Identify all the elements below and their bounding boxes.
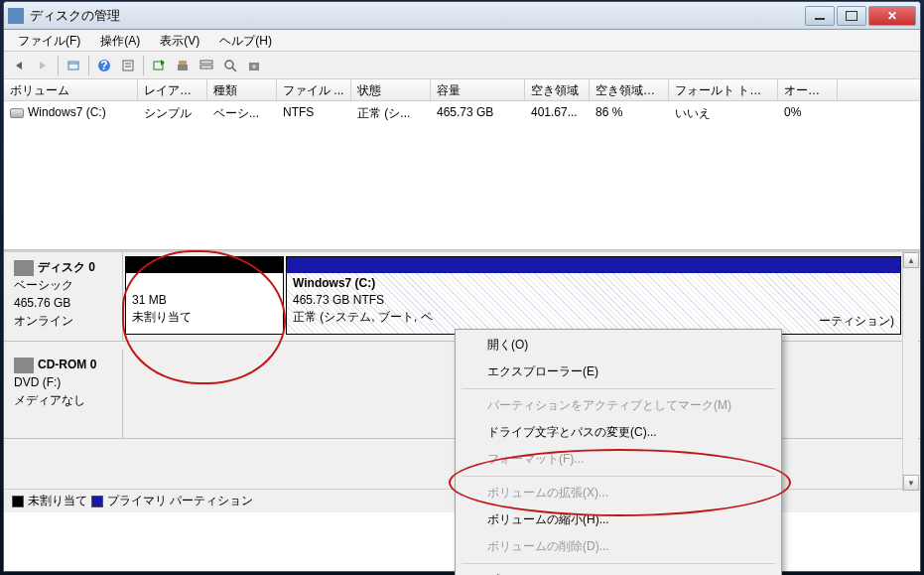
svg-rect-11 bbox=[200, 66, 212, 69]
app-icon bbox=[8, 8, 24, 24]
disk-info[interactable]: CD-ROM 0DVD (F:)メディアなし bbox=[4, 350, 123, 438]
list-icon[interactable] bbox=[196, 55, 217, 76]
rescan-icon[interactable] bbox=[172, 55, 194, 76]
column-header[interactable]: レイアウト bbox=[138, 79, 207, 100]
volume-list[interactable]: Windows7 (C:)シンプルベーシ...NTFS正常 (シ...465.7… bbox=[4, 101, 920, 250]
menu-action[interactable]: 操作(A) bbox=[90, 30, 150, 51]
column-header[interactable]: ボリューム bbox=[4, 79, 138, 100]
column-header[interactable]: 種類 bbox=[207, 79, 277, 100]
legend-label: 未割り当て bbox=[28, 493, 87, 509]
context-item[interactable]: 開く(O) bbox=[458, 332, 779, 359]
svg-rect-0 bbox=[68, 62, 78, 70]
context-item[interactable]: エクスプローラー(E) bbox=[458, 359, 779, 385]
maximize-button[interactable] bbox=[837, 6, 866, 26]
svg-rect-8 bbox=[178, 65, 188, 71]
context-item: フォーマット(F)... bbox=[458, 446, 779, 473]
minimize-button[interactable] bbox=[805, 6, 835, 26]
refresh-icon[interactable] bbox=[148, 55, 170, 76]
context-item: ボリュームの拡張(X)... bbox=[458, 480, 779, 506]
unallocated-partition[interactable]: 31 MB未割り当て bbox=[125, 256, 284, 335]
disk-icon bbox=[14, 260, 34, 276]
context-item[interactable]: プロパティ(P) bbox=[458, 567, 779, 575]
column-header[interactable]: 容量 bbox=[431, 79, 525, 100]
close-button[interactable] bbox=[868, 6, 916, 26]
settings-icon[interactable] bbox=[243, 55, 265, 76]
legend-swatch bbox=[91, 496, 103, 507]
volume-cell: 465.73 GB bbox=[431, 103, 525, 124]
help-button[interactable]: ? bbox=[93, 55, 115, 76]
context-item: ボリュームの削除(D)... bbox=[458, 533, 779, 560]
menubar: ファイル(F) 操作(A) 表示(V) ヘルプ(H) bbox=[4, 30, 920, 52]
context-separator bbox=[462, 563, 775, 564]
context-item[interactable]: ボリュームの縮小(H)... bbox=[458, 506, 779, 533]
column-header[interactable]: ファイル ... bbox=[277, 79, 351, 100]
volume-cell: 401.67... bbox=[525, 103, 590, 124]
back-button[interactable] bbox=[8, 55, 30, 76]
svg-point-15 bbox=[252, 65, 256, 69]
column-header[interactable]: 状態 bbox=[351, 79, 431, 100]
column-header[interactable]: フォールト トレ... bbox=[669, 79, 778, 100]
volume-cell: ベーシ... bbox=[207, 103, 277, 124]
scroll-down-button[interactable]: ▼ bbox=[903, 475, 919, 491]
window-title: ディスクの管理 bbox=[30, 7, 805, 25]
search-icon[interactable] bbox=[219, 55, 241, 76]
volume-cell: NTFS bbox=[277, 103, 351, 124]
svg-text:?: ? bbox=[100, 59, 107, 72]
disk-icon bbox=[14, 358, 34, 373]
volume-list-header: ボリュームレイアウト種類ファイル ...状態容量空き領域空き領域の...フォール… bbox=[4, 79, 920, 101]
context-separator bbox=[462, 476, 775, 477]
svg-rect-10 bbox=[200, 61, 212, 64]
primary-partition[interactable]: Windows7 (C:)465.73 GB NTFS正常 (システム, ブート… bbox=[286, 256, 901, 335]
show-hide-button[interactable] bbox=[63, 55, 84, 76]
volume-cell: 正常 (シ... bbox=[351, 103, 431, 124]
context-menu: 開く(O)エクスプローラー(E)パーティションをアクティブとしてマーク(M)ドラ… bbox=[455, 329, 782, 575]
context-separator bbox=[462, 388, 775, 389]
column-header[interactable]: 空き領域の... bbox=[590, 79, 669, 100]
legend-swatch bbox=[12, 496, 24, 507]
toolbar: ? bbox=[4, 52, 920, 79]
svg-rect-4 bbox=[123, 61, 133, 71]
titlebar[interactable]: ディスクの管理 bbox=[4, 2, 920, 30]
volume-cell: 0% bbox=[778, 103, 838, 124]
volume-cell: 86 % bbox=[590, 103, 669, 124]
volume-icon bbox=[10, 108, 24, 118]
menu-file[interactable]: ファイル(F) bbox=[8, 30, 90, 51]
svg-rect-9 bbox=[179, 61, 187, 65]
disk-info[interactable]: ディスク 0ベーシック465.76 GBオンライン bbox=[4, 252, 123, 341]
svg-line-13 bbox=[232, 68, 236, 72]
scroll-up-button[interactable]: ▲ bbox=[903, 252, 919, 268]
forward-button[interactable] bbox=[32, 55, 54, 76]
column-header[interactable]: オーバー... bbox=[778, 79, 838, 100]
svg-point-12 bbox=[225, 61, 233, 69]
menu-view[interactable]: 表示(V) bbox=[150, 30, 209, 51]
legend-label: プライマリ パーティション bbox=[107, 493, 253, 509]
context-item: パーティションをアクティブとしてマーク(M) bbox=[458, 392, 779, 419]
context-item[interactable]: ドライブ文字とパスの変更(C)... bbox=[458, 419, 779, 446]
volume-cell: Windows7 (C:) bbox=[4, 103, 138, 124]
properties-button[interactable] bbox=[117, 55, 139, 76]
menu-help[interactable]: ヘルプ(H) bbox=[209, 30, 282, 51]
volume-cell: いいえ bbox=[669, 103, 778, 124]
column-header[interactable]: 空き領域 bbox=[525, 79, 590, 100]
volume-cell: シンプル bbox=[138, 103, 207, 124]
volume-row[interactable]: Windows7 (C:)シンプルベーシ...NTFS正常 (シ...465.7… bbox=[4, 101, 920, 126]
